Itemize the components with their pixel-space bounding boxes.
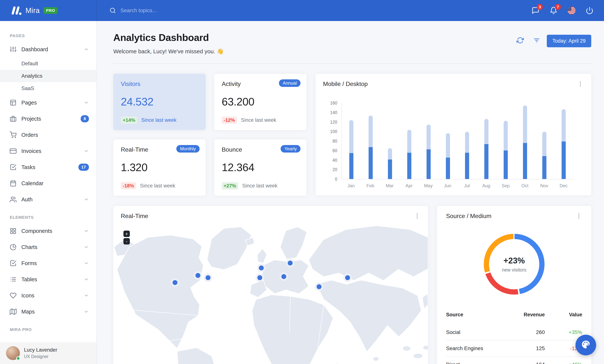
sidebar-item-charts[interactable]: Charts — [0, 239, 96, 255]
period-badge: Annual — [279, 79, 301, 87]
map-marker-7[interactable] — [281, 274, 286, 279]
shopping-cart-icon — [10, 132, 16, 138]
chevron-down-icon — [84, 277, 89, 282]
user-role: UX Designer — [24, 354, 57, 359]
sliders-icon — [10, 46, 16, 53]
language-button[interactable] — [568, 7, 576, 14]
map-zoom-in-button[interactable]: + — [124, 231, 130, 237]
credit-card-icon — [10, 148, 16, 154]
logout-button[interactable] — [586, 7, 593, 14]
stat-note: Since last week — [141, 117, 176, 123]
sidebar-item-orders[interactable]: Orders — [0, 127, 96, 143]
stat-card-real-time: Real-TimeMonthly1.320-18%Since last week — [113, 139, 206, 196]
period-badge: Yearly — [281, 145, 301, 152]
bar-apr[interactable] — [400, 103, 419, 179]
grid-icon — [10, 228, 16, 234]
header-actions: Today: April 29 — [514, 35, 591, 47]
page-header: Analytics Dashboard Welcome back, Lucy! … — [113, 32, 591, 55]
source-menu-button[interactable] — [576, 213, 582, 219]
chevron-down-icon — [84, 228, 89, 234]
stats-grid: Visitors24.532+14%Since last weekActivit… — [113, 74, 306, 196]
bar-aug[interactable] — [477, 103, 496, 179]
map-marker-1[interactable] — [173, 280, 177, 285]
calendar-icon — [10, 180, 16, 187]
bar-jan[interactable] — [342, 103, 361, 179]
bar-oct[interactable] — [515, 103, 535, 179]
brand[interactable]: Mira PRO — [0, 0, 97, 21]
notifications-button[interactable]: 7 — [550, 7, 557, 14]
sidebar-item-dashboard[interactable]: Dashboard — [0, 41, 96, 57]
sidebar-subitem-saas[interactable]: SaaS — [0, 82, 96, 95]
stat-note: Since last week — [140, 183, 175, 189]
sidebar-item-invoices[interactable]: Invoices — [0, 143, 96, 159]
messages-badge: 3 — [537, 4, 543, 10]
date-range-button[interactable]: Today: April 29 — [547, 35, 591, 47]
map-card-title: Real-Time — [121, 213, 148, 220]
sidebar-item-tasks[interactable]: Tasks17 — [0, 159, 96, 175]
more-vertical-icon — [414, 213, 421, 219]
stat-value: 63.200 — [222, 95, 299, 108]
bar-sep[interactable] — [496, 103, 516, 179]
chevron-down-icon — [84, 197, 89, 202]
mobile-desktop-chart-card: Mobile / Desktop 160140120100806040200 J… — [315, 74, 591, 195]
map-marker-3[interactable] — [206, 275, 211, 280]
sidebar-item-projects[interactable]: Projects8 — [0, 111, 96, 127]
bar-jul[interactable] — [457, 103, 477, 179]
pro-badge: PRO — [44, 7, 58, 14]
search-input[interactable] — [120, 8, 263, 13]
map-marker-2[interactable] — [195, 273, 200, 278]
top-navbar: Mira PRO 3 7 — [0, 0, 604, 21]
sidebar-item-forms[interactable]: Forms — [0, 255, 96, 271]
map-marker-6[interactable] — [257, 275, 262, 280]
sidebar-item-auth[interactable]: Auth — [0, 191, 96, 208]
table-row-social: Social260+35% — [446, 324, 582, 340]
bar-chart: 160140120100806040200 JanFebMarAprMayJun… — [323, 103, 584, 188]
map-marker-9[interactable] — [345, 275, 350, 280]
sidebar-section-mira-pro: MIRA PRO — [10, 327, 87, 332]
theme-settings-fab[interactable] — [576, 335, 596, 355]
sidebar-section-elements: ELEMENTS — [10, 215, 87, 220]
sidebar-nav: PAGESDashboardDefaultAnalyticsSaaSPagesP… — [0, 33, 96, 332]
source-card-title: Source / Medium — [446, 213, 491, 220]
online-status-dot — [16, 356, 20, 360]
app-root: Mira PRO 3 7 — [0, 0, 604, 364]
sidebar-item-components[interactable]: Components — [0, 223, 96, 239]
map-icon — [10, 308, 16, 315]
stat-card-activity: ActivityAnnual63.200-12%Since last week — [214, 74, 306, 130]
bar-jun[interactable] — [438, 103, 457, 179]
refresh-button[interactable] — [514, 35, 527, 47]
map-marker-4[interactable] — [259, 265, 264, 270]
sidebar-item-icons[interactable]: Icons — [0, 288, 96, 304]
chevron-down-icon — [84, 100, 89, 105]
filter-button[interactable] — [530, 35, 543, 47]
map-zoom-out-button[interactable]: - — [124, 238, 130, 244]
list-icon — [10, 276, 16, 283]
sidebar-item-tables[interactable]: Tables — [0, 271, 96, 288]
bar-feb[interactable] — [361, 103, 380, 179]
bar-may[interactable] — [419, 103, 438, 179]
sidebar-subitem-default[interactable]: Default — [0, 57, 96, 70]
map-menu-button[interactable] — [414, 213, 421, 219]
sidebar-subitem-analytics[interactable]: Analytics — [0, 70, 96, 82]
chevron-down-icon — [84, 309, 89, 314]
search-icon — [110, 7, 116, 14]
bar-nov[interactable] — [535, 103, 554, 179]
messages-button[interactable]: 3 — [532, 7, 540, 14]
sidebar-item-calendar[interactable]: Calendar — [0, 175, 96, 191]
chart-menu-button[interactable] — [577, 80, 584, 87]
sidebar-item-maps[interactable]: Maps — [0, 304, 96, 320]
realtime-map-card: Real-Time + - — [113, 206, 428, 364]
bar-dec[interactable] — [554, 103, 573, 179]
chevron-up-icon — [84, 47, 89, 52]
stat-card-visitors: Visitors24.532+14%Since last week — [113, 74, 206, 130]
avatar — [6, 346, 20, 360]
map-marker-5[interactable] — [288, 261, 293, 265]
navbar-search — [110, 7, 532, 14]
map-marker-8[interactable] — [317, 284, 322, 289]
stat-card-bounce: BounceYearly12.364+27%Since last week — [214, 139, 306, 196]
bar-mar[interactable] — [380, 103, 400, 179]
sidebar-item-pages[interactable]: Pages — [0, 95, 96, 111]
user-profile[interactable]: Lucy Lavender UX Designer — [0, 342, 96, 364]
stat-value: 12.364 — [222, 161, 299, 174]
stat-note: Since last week — [241, 117, 276, 123]
